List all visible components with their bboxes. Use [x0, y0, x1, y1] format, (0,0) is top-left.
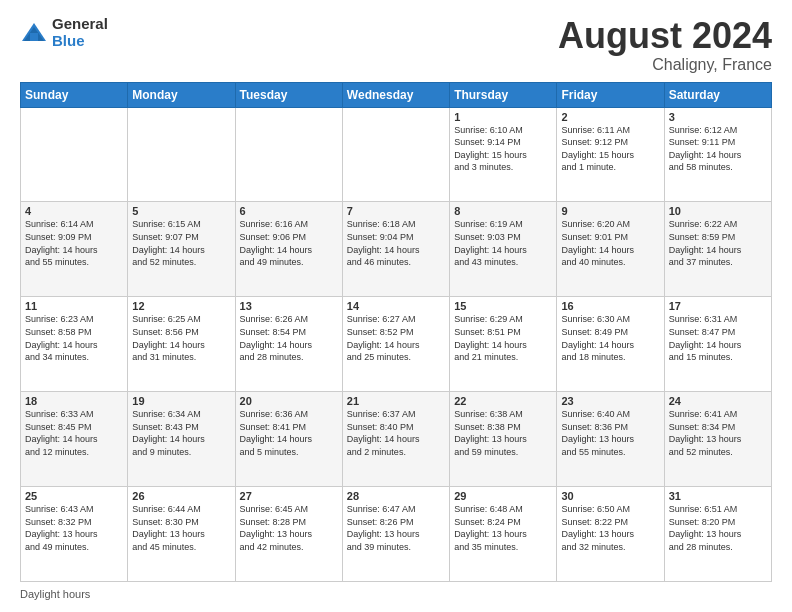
day-number: 21 [347, 395, 445, 407]
calendar-dow-header: Saturday [664, 82, 771, 107]
day-number: 10 [669, 205, 767, 217]
calendar-table: SundayMondayTuesdayWednesdayThursdayFrid… [20, 82, 772, 582]
day-number: 25 [25, 490, 123, 502]
day-number: 22 [454, 395, 552, 407]
day-info: Sunrise: 6:44 AM Sunset: 8:30 PM Dayligh… [132, 503, 230, 553]
logo-general: General [52, 16, 108, 33]
day-number: 17 [669, 300, 767, 312]
calendar-cell: 23Sunrise: 6:40 AM Sunset: 8:36 PM Dayli… [557, 392, 664, 487]
svg-rect-2 [30, 33, 38, 41]
logo-text: General Blue [52, 16, 108, 49]
day-info: Sunrise: 6:37 AM Sunset: 8:40 PM Dayligh… [347, 408, 445, 458]
day-number: 20 [240, 395, 338, 407]
calendar-cell: 4Sunrise: 6:14 AM Sunset: 9:09 PM Daylig… [21, 202, 128, 297]
day-info: Sunrise: 6:23 AM Sunset: 8:58 PM Dayligh… [25, 313, 123, 363]
calendar-cell: 25Sunrise: 6:43 AM Sunset: 8:32 PM Dayli… [21, 487, 128, 582]
day-number: 2 [561, 111, 659, 123]
header: General Blue August 2024 Chaligny, Franc… [20, 16, 772, 74]
calendar-cell: 30Sunrise: 6:50 AM Sunset: 8:22 PM Dayli… [557, 487, 664, 582]
day-info: Sunrise: 6:11 AM Sunset: 9:12 PM Dayligh… [561, 124, 659, 174]
day-number: 14 [347, 300, 445, 312]
day-info: Sunrise: 6:25 AM Sunset: 8:56 PM Dayligh… [132, 313, 230, 363]
day-number: 29 [454, 490, 552, 502]
day-number: 7 [347, 205, 445, 217]
calendar-cell: 11Sunrise: 6:23 AM Sunset: 8:58 PM Dayli… [21, 297, 128, 392]
footer: Daylight hours [20, 588, 772, 600]
location: Chaligny, France [558, 56, 772, 74]
day-number: 11 [25, 300, 123, 312]
day-info: Sunrise: 6:41 AM Sunset: 8:34 PM Dayligh… [669, 408, 767, 458]
day-info: Sunrise: 6:30 AM Sunset: 8:49 PM Dayligh… [561, 313, 659, 363]
logo: General Blue [20, 16, 108, 49]
day-number: 9 [561, 205, 659, 217]
day-info: Sunrise: 6:38 AM Sunset: 8:38 PM Dayligh… [454, 408, 552, 458]
day-info: Sunrise: 6:51 AM Sunset: 8:20 PM Dayligh… [669, 503, 767, 553]
calendar-dow-header: Sunday [21, 82, 128, 107]
calendar-cell: 24Sunrise: 6:41 AM Sunset: 8:34 PM Dayli… [664, 392, 771, 487]
calendar-week-row: 25Sunrise: 6:43 AM Sunset: 8:32 PM Dayli… [21, 487, 772, 582]
calendar-cell: 28Sunrise: 6:47 AM Sunset: 8:26 PM Dayli… [342, 487, 449, 582]
day-number: 19 [132, 395, 230, 407]
calendar-cell: 13Sunrise: 6:26 AM Sunset: 8:54 PM Dayli… [235, 297, 342, 392]
day-number: 31 [669, 490, 767, 502]
day-info: Sunrise: 6:33 AM Sunset: 8:45 PM Dayligh… [25, 408, 123, 458]
day-number: 1 [454, 111, 552, 123]
day-info: Sunrise: 6:10 AM Sunset: 9:14 PM Dayligh… [454, 124, 552, 174]
calendar-cell: 6Sunrise: 6:16 AM Sunset: 9:06 PM Daylig… [235, 202, 342, 297]
day-number: 13 [240, 300, 338, 312]
day-info: Sunrise: 6:34 AM Sunset: 8:43 PM Dayligh… [132, 408, 230, 458]
calendar-cell: 22Sunrise: 6:38 AM Sunset: 8:38 PM Dayli… [450, 392, 557, 487]
logo-blue: Blue [52, 33, 108, 50]
day-number: 30 [561, 490, 659, 502]
calendar-cell: 5Sunrise: 6:15 AM Sunset: 9:07 PM Daylig… [128, 202, 235, 297]
calendar-cell: 7Sunrise: 6:18 AM Sunset: 9:04 PM Daylig… [342, 202, 449, 297]
calendar-cell: 20Sunrise: 6:36 AM Sunset: 8:41 PM Dayli… [235, 392, 342, 487]
day-info: Sunrise: 6:14 AM Sunset: 9:09 PM Dayligh… [25, 218, 123, 268]
calendar-cell: 19Sunrise: 6:34 AM Sunset: 8:43 PM Dayli… [128, 392, 235, 487]
day-info: Sunrise: 6:27 AM Sunset: 8:52 PM Dayligh… [347, 313, 445, 363]
day-info: Sunrise: 6:29 AM Sunset: 8:51 PM Dayligh… [454, 313, 552, 363]
calendar-cell: 29Sunrise: 6:48 AM Sunset: 8:24 PM Dayli… [450, 487, 557, 582]
day-info: Sunrise: 6:50 AM Sunset: 8:22 PM Dayligh… [561, 503, 659, 553]
calendar-cell: 3Sunrise: 6:12 AM Sunset: 9:11 PM Daylig… [664, 107, 771, 202]
day-info: Sunrise: 6:12 AM Sunset: 9:11 PM Dayligh… [669, 124, 767, 174]
calendar-cell: 12Sunrise: 6:25 AM Sunset: 8:56 PM Dayli… [128, 297, 235, 392]
day-info: Sunrise: 6:26 AM Sunset: 8:54 PM Dayligh… [240, 313, 338, 363]
title-section: August 2024 Chaligny, France [558, 16, 772, 74]
calendar-cell: 21Sunrise: 6:37 AM Sunset: 8:40 PM Dayli… [342, 392, 449, 487]
day-info: Sunrise: 6:40 AM Sunset: 8:36 PM Dayligh… [561, 408, 659, 458]
calendar-dow-header: Wednesday [342, 82, 449, 107]
day-number: 5 [132, 205, 230, 217]
calendar-dow-header: Tuesday [235, 82, 342, 107]
day-info: Sunrise: 6:15 AM Sunset: 9:07 PM Dayligh… [132, 218, 230, 268]
day-info: Sunrise: 6:18 AM Sunset: 9:04 PM Dayligh… [347, 218, 445, 268]
calendar-cell: 1Sunrise: 6:10 AM Sunset: 9:14 PM Daylig… [450, 107, 557, 202]
calendar-cell: 31Sunrise: 6:51 AM Sunset: 8:20 PM Dayli… [664, 487, 771, 582]
calendar-cell: 27Sunrise: 6:45 AM Sunset: 8:28 PM Dayli… [235, 487, 342, 582]
day-info: Sunrise: 6:31 AM Sunset: 8:47 PM Dayligh… [669, 313, 767, 363]
calendar-cell: 26Sunrise: 6:44 AM Sunset: 8:30 PM Dayli… [128, 487, 235, 582]
calendar-cell: 14Sunrise: 6:27 AM Sunset: 8:52 PM Dayli… [342, 297, 449, 392]
calendar-cell: 17Sunrise: 6:31 AM Sunset: 8:47 PM Dayli… [664, 297, 771, 392]
day-info: Sunrise: 6:48 AM Sunset: 8:24 PM Dayligh… [454, 503, 552, 553]
day-number: 8 [454, 205, 552, 217]
month-year: August 2024 [558, 16, 772, 56]
day-info: Sunrise: 6:45 AM Sunset: 8:28 PM Dayligh… [240, 503, 338, 553]
calendar-cell [235, 107, 342, 202]
calendar-week-row: 18Sunrise: 6:33 AM Sunset: 8:45 PM Dayli… [21, 392, 772, 487]
day-number: 28 [347, 490, 445, 502]
calendar-cell [21, 107, 128, 202]
day-number: 16 [561, 300, 659, 312]
day-info: Sunrise: 6:43 AM Sunset: 8:32 PM Dayligh… [25, 503, 123, 553]
calendar-header-row: SundayMondayTuesdayWednesdayThursdayFrid… [21, 82, 772, 107]
day-info: Sunrise: 6:16 AM Sunset: 9:06 PM Dayligh… [240, 218, 338, 268]
day-number: 23 [561, 395, 659, 407]
daylight-hours-label: Daylight hours [20, 588, 90, 600]
day-number: 6 [240, 205, 338, 217]
calendar-dow-header: Thursday [450, 82, 557, 107]
day-info: Sunrise: 6:36 AM Sunset: 8:41 PM Dayligh… [240, 408, 338, 458]
day-number: 12 [132, 300, 230, 312]
day-number: 18 [25, 395, 123, 407]
day-number: 26 [132, 490, 230, 502]
logo-icon [20, 19, 48, 47]
